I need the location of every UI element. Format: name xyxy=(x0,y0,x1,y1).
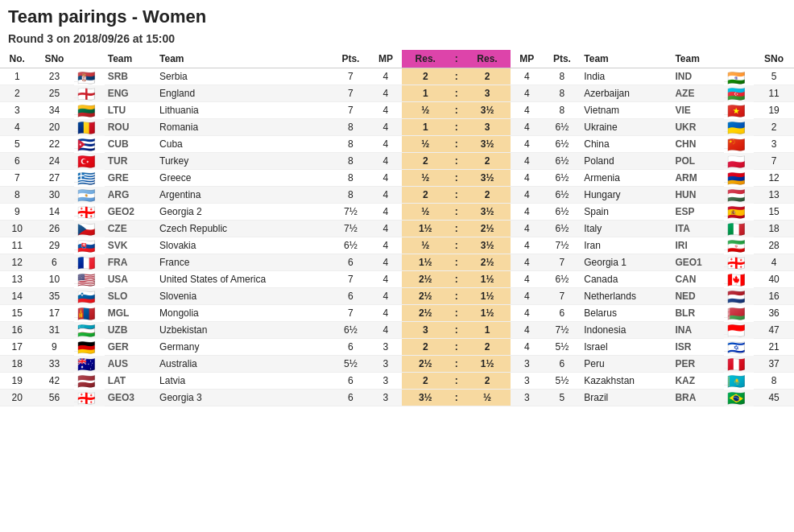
col-sno2: SNo xyxy=(754,50,794,68)
mp1-cell: 4 xyxy=(370,187,402,204)
team2-cell: Iran xyxy=(581,237,672,254)
col-mp1: MP xyxy=(370,50,402,68)
colon-cell: : xyxy=(449,322,464,339)
no-cell: 9 xyxy=(0,204,35,221)
colon-cell: : xyxy=(449,305,464,322)
pairings-table: No. SNo Team Team Pts. MP Res. : Res. MP… xyxy=(0,50,794,406)
flag2-cell: 🇨🇳 xyxy=(724,136,743,149)
table-row: 522🇨🇺CUBCuba84½:3½46½ChinaCHN🇨🇳3 xyxy=(0,136,794,153)
colon-cell: : xyxy=(449,254,464,271)
sno2-cell: 8 xyxy=(754,373,794,390)
mp2-cell: 4 xyxy=(511,237,543,254)
res2-cell: 3½ xyxy=(464,102,511,119)
flag2-cell: 🇮🇷 xyxy=(724,237,743,250)
no-cell: 2 xyxy=(0,85,35,102)
flag2-cell: 🇵🇱 xyxy=(724,153,743,166)
mp2-cell: 4 xyxy=(511,271,543,288)
table-row: 334🇱🇹LTULithuania74½:3½48VietnamVIE🇻🇳19 xyxy=(0,102,794,119)
pts2-cell: 7 xyxy=(544,254,581,271)
flag2-cell: 🇨🇦 xyxy=(724,271,743,284)
team1-cell: Serbia xyxy=(156,68,332,85)
team2-cell: Belarus xyxy=(581,305,672,322)
no-cell: 11 xyxy=(0,237,35,254)
code2-cell: ARM xyxy=(672,170,723,187)
flag2-cell: 🇪🇸 xyxy=(724,204,743,217)
pts2-cell: 7 xyxy=(544,288,581,305)
pts2-cell: 6½ xyxy=(544,170,581,187)
mp2-cell: 4 xyxy=(511,68,543,85)
code2-cell: BRA xyxy=(672,390,723,406)
pts2-cell: 6½ xyxy=(544,119,581,136)
pts2-cell: 6 xyxy=(544,305,581,322)
sno1-cell: 31 xyxy=(35,322,75,339)
res1-cell: 2½ xyxy=(402,288,449,305)
code1-cell: ARG xyxy=(105,187,156,204)
code1-cell: TUR xyxy=(105,153,156,170)
col-no: No. xyxy=(0,50,35,68)
mp2-cell: 4 xyxy=(511,170,543,187)
team2-cell: Vietnam xyxy=(581,102,672,119)
code2-cell: KAZ xyxy=(672,373,723,390)
code2-cell: POL xyxy=(672,153,723,170)
team2-cell: Azerbaijan xyxy=(581,85,672,102)
table-row: 123🇷🇸SRBSerbia742:248IndiaIND🇮🇳5 xyxy=(0,68,794,85)
colon-cell: : xyxy=(449,390,464,406)
code2-cell: AZE xyxy=(672,85,723,102)
flag1-cell: 🇷🇴 xyxy=(74,119,93,132)
pts1-cell: 7 xyxy=(332,68,370,85)
no-cell: 20 xyxy=(0,390,35,406)
sno2-cell: 5 xyxy=(754,68,794,85)
no-cell: 15 xyxy=(0,305,35,322)
team2-cell: Spain xyxy=(581,204,672,221)
flag1-cell: 🇬🇪 xyxy=(74,204,93,217)
team1-cell: Australia xyxy=(156,356,332,373)
pts1-cell: 7 xyxy=(332,102,370,119)
pts1-cell: 8 xyxy=(332,153,370,170)
colon-cell: : xyxy=(449,102,464,119)
colon-cell: : xyxy=(449,204,464,221)
team1-cell: United States of America xyxy=(156,271,332,288)
col-sno1: SNo xyxy=(35,50,75,68)
mp2-cell: 4 xyxy=(511,305,543,322)
team1-cell: Germany xyxy=(156,339,332,356)
col-team2: Team xyxy=(581,50,672,68)
flag2-cell: 🇻🇳 xyxy=(724,102,743,115)
flag1-cell: 🇬🇷 xyxy=(74,170,93,183)
col-mp2: MP xyxy=(511,50,543,68)
sno1-cell: 33 xyxy=(35,356,75,373)
code1-cell: GER xyxy=(105,339,156,356)
pts1-cell: 6½ xyxy=(332,237,370,254)
col-pts2: Pts. xyxy=(544,50,581,68)
table-row: 1942🇱🇻LATLatvia632:235½KazakhstanKAZ🇰🇿8 xyxy=(0,373,794,390)
flag2-cell: 🇮🇩 xyxy=(724,322,743,335)
sno1-cell: 14 xyxy=(35,204,75,221)
mp2-cell: 4 xyxy=(511,153,543,170)
sno1-cell: 23 xyxy=(35,68,75,85)
res2-cell: 1 xyxy=(464,322,511,339)
code1-cell: LAT xyxy=(105,373,156,390)
sno1-cell: 22 xyxy=(35,136,75,153)
col-code1: Team xyxy=(105,50,156,68)
mp2-cell: 4 xyxy=(511,102,543,119)
mp1-cell: 4 xyxy=(370,85,402,102)
sno2-cell: 11 xyxy=(754,85,794,102)
pts1-cell: 8 xyxy=(332,119,370,136)
flag1-cell: 🇫🇷 xyxy=(74,254,93,267)
flag1-cell: 🇨🇺 xyxy=(74,136,93,149)
code1-cell: ENG xyxy=(105,85,156,102)
pts2-cell: 8 xyxy=(544,68,581,85)
code2-cell: NED xyxy=(672,288,723,305)
team2-cell: Hungary xyxy=(581,187,672,204)
colon-cell: : xyxy=(449,356,464,373)
code1-cell: GEO2 xyxy=(105,204,156,221)
flag1-cell: 🏴󠁧󠁢󠁥󠁮󠁧󠁿 xyxy=(74,85,93,98)
res2-cell: 3 xyxy=(464,119,511,136)
no-cell: 19 xyxy=(0,373,35,390)
team2-cell: Brazil xyxy=(581,390,672,406)
code2-cell: IRI xyxy=(672,237,723,254)
mp2-cell: 4 xyxy=(511,136,543,153)
flag1-cell: 🇸🇮 xyxy=(74,288,93,301)
no-cell: 16 xyxy=(0,322,35,339)
mp1-cell: 4 xyxy=(370,136,402,153)
sno2-cell: 37 xyxy=(754,356,794,373)
